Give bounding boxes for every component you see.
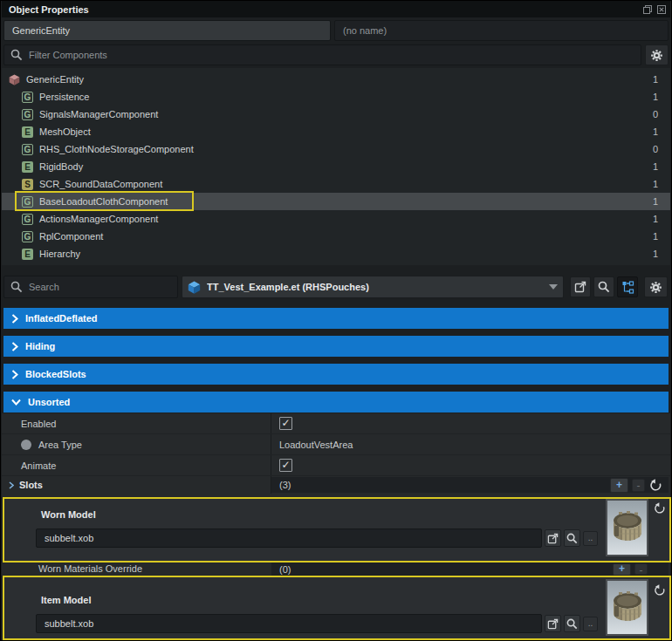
tree-item-count: 1 [653, 249, 658, 259]
reset-button[interactable] [654, 502, 666, 514]
component-g-icon: G [22, 196, 33, 208]
open-resource-button[interactable] [570, 276, 591, 297]
search-icon [10, 49, 23, 61]
section-unsorted[interactable]: Unsorted [3, 392, 669, 413]
tree-row-selected[interactable]: G BaseLoadoutClothComponent 1 [2, 193, 670, 210]
component-g-icon: G [22, 144, 33, 155]
component-e-icon: E [22, 126, 33, 138]
section-inflateddeflated[interactable]: InflatedDeflated [3, 308, 669, 329]
section-hiding[interactable]: Hiding [3, 336, 669, 357]
browse-model-button[interactable] [564, 529, 580, 547]
tree-row[interactable]: GenericEntity 1 [2, 71, 670, 88]
group-title: Worn Model [41, 509, 96, 520]
chevron-down-icon [549, 284, 558, 290]
chevron-down-icon [11, 399, 21, 406]
entity-class-field[interactable] [3, 20, 331, 41]
more-options-button[interactable]: .. [583, 531, 598, 546]
component-g-icon: G [22, 214, 33, 225]
tree-item-label: SignalsManagerComponent [39, 109, 158, 119]
browse-model-button[interactable] [564, 615, 580, 632]
tree-item-label: RHS_ClothNodeStorageComponent [39, 144, 194, 154]
section-label: Hiding [25, 341, 55, 351]
worn-model-thumbnail [606, 499, 648, 556]
tree-item-count: 1 [653, 214, 658, 224]
property-row-enabled: Enabled ✓ [2, 413, 670, 434]
sphere-icon [21, 440, 31, 450]
tree-item-label: BaseLoadoutClothComponent [39, 196, 168, 207]
section-blockedslots[interactable]: BlockedSlots [3, 364, 669, 385]
belt-model-image [608, 585, 647, 631]
gear-icon [650, 49, 663, 62]
section-label: BlockedSlots [25, 369, 86, 379]
tree-item-label: GenericEntity [26, 74, 84, 85]
tree-row[interactable]: G ActionsManagerComponent 1 [2, 210, 670, 228]
more-options-button[interactable]: .. [583, 617, 598, 631]
gear-icon [649, 281, 662, 294]
tree-item-label: ActionsManagerComponent [39, 214, 158, 224]
tree-row[interactable]: G RplComponent 1 [2, 228, 670, 245]
resource-dropdown[interactable]: TT_Vest_Example.et (RHSPouches) [182, 276, 564, 298]
external-link-icon [547, 618, 559, 630]
reset-button[interactable] [654, 584, 666, 596]
tree-item-count: 1 [653, 126, 658, 137]
animate-checkbox[interactable]: ✓ [279, 459, 292, 472]
tree-item-count: 1 [653, 92, 658, 102]
tree-row[interactable]: G RHS_ClothNodeStorageComponent 0 [2, 140, 670, 158]
hierarchy-icon [621, 281, 634, 294]
tree-row[interactable]: E MeshObject 1 [2, 123, 670, 140]
resource-bar: TT_Vest_Example.et (RHSPouches) [3, 275, 669, 299]
area-type-value[interactable]: LoadoutVestArea [279, 440, 353, 450]
tree-item-label: SCR_SoundDataComponent [39, 179, 162, 189]
chevron-right-icon[interactable] [9, 481, 14, 489]
titlebar: Object Properties [2, 1, 670, 17]
search-icon [566, 533, 578, 544]
property-row-area-type: Area Type LoadoutVestArea [2, 434, 670, 455]
filter-components-input[interactable] [3, 44, 641, 65]
property-label: Enabled [21, 419, 56, 429]
inspect-resource-button[interactable] [593, 276, 614, 297]
worn-model-path-input[interactable] [36, 528, 542, 548]
property-label: Slots [19, 480, 43, 490]
remove-element-button[interactable]: - [632, 479, 645, 492]
add-element-button[interactable]: + [610, 478, 628, 493]
column-divider [271, 434, 271, 454]
entity-header [3, 20, 669, 41]
filter-settings-button[interactable] [645, 44, 669, 65]
resource-cube-icon [188, 281, 201, 294]
tree-item-label: RplComponent [39, 231, 103, 242]
tree-row[interactable]: E Hierarchy 1 [2, 245, 670, 263]
chevron-right-icon [11, 370, 18, 379]
add-element-button[interactable]: + [613, 563, 631, 576]
worn-materials-count: (0) [279, 564, 291, 575]
item-model-path-input[interactable] [36, 614, 542, 633]
float-window-icon[interactable] [642, 4, 652, 14]
tree-item-count: 1 [653, 74, 658, 85]
worn-model-group: Worn Model .. [3, 497, 671, 563]
property-row-slots: Slots (3) + - [2, 476, 670, 494]
open-model-button[interactable] [545, 529, 561, 547]
hierarchy-view-button[interactable] [617, 276, 638, 297]
component-g-icon: G [22, 109, 33, 120]
tree-row[interactable]: S SCR_SoundDataComponent 1 [2, 175, 670, 193]
property-label: Animate [21, 460, 56, 471]
property-settings-button[interactable] [644, 276, 668, 297]
entity-cube-icon [9, 74, 20, 85]
property-search-input[interactable] [3, 276, 178, 298]
remove-element-button[interactable]: - [634, 563, 648, 575]
enabled-checkbox[interactable]: ✓ [279, 417, 292, 430]
tree-item-count: 0 [653, 109, 658, 119]
tree-item-count: 1 [653, 196, 658, 207]
reset-button[interactable] [648, 478, 663, 492]
entity-name-field[interactable] [334, 20, 669, 41]
tree-item-count: 1 [653, 179, 658, 189]
tree-row[interactable]: G SignalsManagerComponent 0 [2, 106, 670, 123]
property-grid: Enabled ✓ Area Type LoadoutVestArea Anim… [2, 413, 670, 497]
open-model-button[interactable] [545, 615, 561, 632]
external-link-icon [547, 533, 559, 544]
tree-row[interactable]: E RigidBody 1 [2, 158, 670, 175]
tree-row[interactable]: G Persistence 1 [2, 88, 670, 106]
chevron-right-icon [11, 314, 18, 324]
slots-count: (3) [279, 480, 291, 490]
tree-item-label: Persistence [39, 92, 89, 102]
close-icon[interactable] [656, 4, 666, 14]
